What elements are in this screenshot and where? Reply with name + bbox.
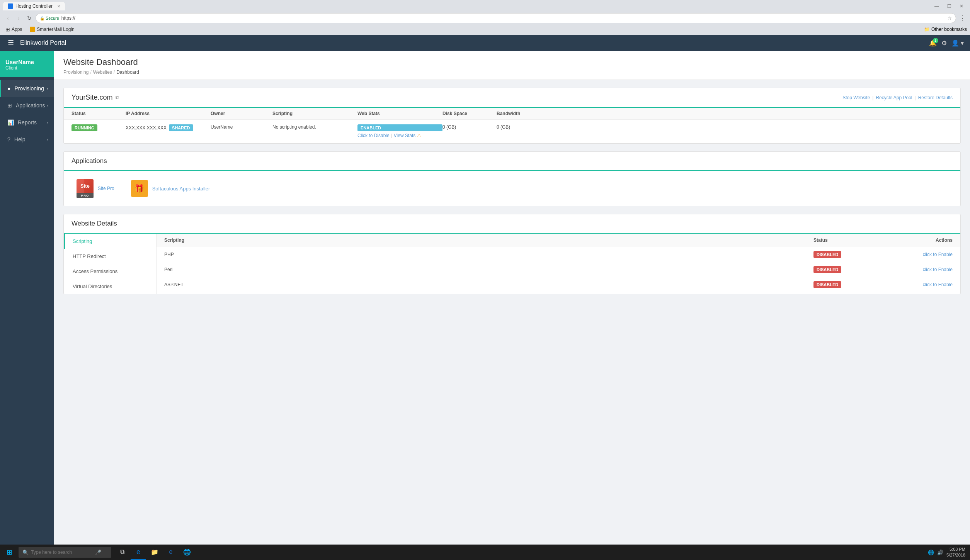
scr-td-perl-name: Perl: [164, 267, 813, 272]
external-link-icon[interactable]: ⧉: [116, 95, 119, 101]
click-to-disable-link[interactable]: Click to Disable: [357, 133, 390, 138]
back-button[interactable]: ‹: [3, 14, 12, 23]
taskbar-apps: ⧉ e 📁 e 🌐: [114, 545, 195, 560]
help-icon: ?: [7, 136, 10, 143]
details-nav-access-permissions[interactable]: Access Permissions: [64, 264, 156, 279]
edge-browser-icon: e: [136, 548, 140, 556]
start-button[interactable]: ⊞: [2, 545, 17, 560]
taskbar-edge-icon[interactable]: e: [131, 545, 146, 560]
th-bandwidth: Bandwidth: [497, 111, 953, 116]
notifications-button[interactable]: 🔔 1: [929, 39, 937, 47]
sidebar-item-applications[interactable]: ⊞ Applications ›: [0, 97, 54, 114]
gear-icon: ⚙: [941, 40, 947, 46]
stop-website-link[interactable]: Stop Website: [842, 95, 870, 100]
chevron-icon: ›: [47, 87, 48, 91]
scr-td-php-action: click to Enable: [875, 252, 953, 257]
sitepro-app-item[interactable]: Site PRO Site Pro: [75, 179, 114, 198]
user-panel: UserName Client: [0, 51, 54, 77]
minimize-button[interactable]: —: [931, 1, 942, 12]
scripting-row-php: PHP Disabled click to Enable: [157, 247, 960, 262]
details-nav-http-redirect[interactable]: HTTP Redirect: [64, 249, 156, 264]
tab-close-button[interactable]: ✕: [57, 4, 60, 8]
reports-icon: 📊: [7, 119, 14, 126]
bookmark-star-icon[interactable]: ☆: [948, 15, 952, 21]
taskbar-date-display: 5/27/2018: [946, 552, 965, 558]
other-bookmarks[interactable]: 📁 Other bookmarks: [924, 27, 967, 32]
website-details-section: Website Details Scripting HTTP Redirect …: [63, 214, 961, 294]
page-content: YourSite.com ⧉ Stop Website | Recycle Ap…: [54, 80, 970, 310]
settings-button[interactable]: ⚙: [941, 39, 947, 47]
applications-section-header: Applications: [64, 152, 960, 171]
restore-defaults-link[interactable]: Restore Defaults: [918, 95, 953, 100]
scr-th-name: Scripting: [164, 238, 813, 243]
scr-th-actions: Actions: [875, 238, 953, 243]
taskbar-cortana-icon[interactable]: ⧉: [114, 545, 130, 560]
taskbar-clock: 5:08 PM 5/27/2018: [946, 546, 965, 558]
th-webstats: Web Stats: [357, 111, 442, 116]
taskbar-search-box[interactable]: 🔍 🎤: [19, 547, 111, 558]
breadcrumb-provisioning[interactable]: Provisioning: [63, 70, 88, 75]
taskbar: ⊞ 🔍 🎤 ⧉ e 📁 e 🌐 🌐 🔊 5:08 PM 5/27/2018: [0, 545, 970, 560]
warning-icon: ⚠: [417, 133, 421, 138]
taskbar-ie-icon[interactable]: e: [163, 545, 179, 560]
file-explorer-icon: 📁: [151, 548, 158, 556]
breadcrumb-sep-2: /: [114, 70, 115, 75]
softaculous-app-item[interactable]: 🎁 Softaculous Apps Installer: [130, 179, 210, 198]
applications-icon: ⊞: [7, 102, 12, 109]
breadcrumb: Provisioning / Websites / Dashboard: [63, 70, 961, 75]
sidebar-item-reports-label: Reports: [18, 119, 37, 126]
scr-td-aspnet-name: ASP.NET: [164, 282, 813, 287]
sidebar-item-help[interactable]: ? Help ›: [0, 131, 54, 148]
hamburger-menu-icon[interactable]: ☰: [6, 37, 15, 49]
tab-favicon: [8, 3, 13, 9]
close-button[interactable]: ✕: [956, 1, 967, 12]
address-bar[interactable]: 🔒 Secure https:// ☆: [36, 13, 956, 23]
details-nav-virtual-directories[interactable]: Virtual Directories: [64, 279, 156, 294]
taskbar-system-icons: 🌐 🔊: [928, 550, 943, 555]
sidebar-item-provisioning-label: Provisioning: [14, 85, 44, 92]
top-nav: ☰ Elinkworld Portal 🔔 1 ⚙ 👤 ▾: [0, 35, 970, 51]
user-menu-button[interactable]: 👤 ▾: [951, 39, 964, 47]
volume-icon[interactable]: 🔊: [937, 550, 943, 555]
softaculous-label[interactable]: Softaculous Apps Installer: [152, 186, 210, 192]
breadcrumb-websites[interactable]: Websites: [93, 70, 112, 75]
td-scripting: No scripting enabled.: [272, 124, 357, 130]
notification-badge: 1: [933, 38, 938, 43]
aspnet-enable-link[interactable]: click to Enable: [923, 282, 953, 287]
site-data-table: Status IP Address Owner Scripting Web St…: [64, 108, 960, 143]
php-status-badge: Disabled: [813, 251, 841, 258]
applications-title: Applications: [71, 157, 953, 165]
portal-name: Elinkworld Portal: [20, 39, 66, 46]
reload-button[interactable]: ↻: [25, 14, 34, 23]
apps-grid-icon: ⊞: [5, 26, 10, 32]
perl-enable-link[interactable]: click to Enable: [923, 267, 953, 272]
view-stats-link[interactable]: View Stats: [394, 133, 415, 138]
browser-tab[interactable]: Hosting Controller ✕: [3, 2, 65, 10]
bookmark-smartermail[interactable]: SmarterMail Login: [27, 26, 77, 33]
network-icon[interactable]: 🌐: [928, 550, 934, 555]
ip-address-text: XXX.XXX.XXX.XXX: [126, 125, 167, 131]
scripting-table: Scripting Status Actions PHP Disabled: [157, 234, 960, 292]
microphone-icon[interactable]: 🎤: [95, 550, 101, 555]
smartermail-favicon: [30, 27, 35, 32]
details-nav-scripting[interactable]: Scripting: [64, 234, 156, 249]
recycle-apppool-link[interactable]: Recycle App Pool: [876, 95, 912, 100]
user-icon: 👤 ▾: [951, 40, 964, 46]
taskbar-explorer-icon[interactable]: 📁: [147, 545, 162, 560]
scr-td-aspnet-status: Disabled: [813, 281, 875, 288]
taskbar-chrome-icon[interactable]: 🌐: [179, 545, 195, 560]
php-enable-link[interactable]: click to Enable: [923, 252, 953, 257]
details-content: Scripting Status Actions PHP Disabled: [157, 234, 960, 294]
bookmark-apps[interactable]: ⊞ Apps: [3, 25, 24, 33]
chevron-right-icon: ›: [47, 104, 48, 108]
forward-button[interactable]: ›: [14, 14, 23, 23]
th-ip: IP Address: [126, 111, 211, 116]
sidebar-item-reports[interactable]: 📊 Reports ›: [0, 114, 54, 131]
extensions-button[interactable]: ⋮: [958, 14, 967, 23]
sitepro-label: Site Pro: [98, 186, 114, 191]
restore-button[interactable]: ❐: [944, 1, 955, 12]
th-status: Status: [71, 111, 126, 116]
taskbar-search-input[interactable]: [31, 550, 93, 555]
sidebar-item-provisioning[interactable]: ● Provisioning ›: [0, 80, 54, 97]
scr-td-perl-status: Disabled: [813, 266, 875, 273]
